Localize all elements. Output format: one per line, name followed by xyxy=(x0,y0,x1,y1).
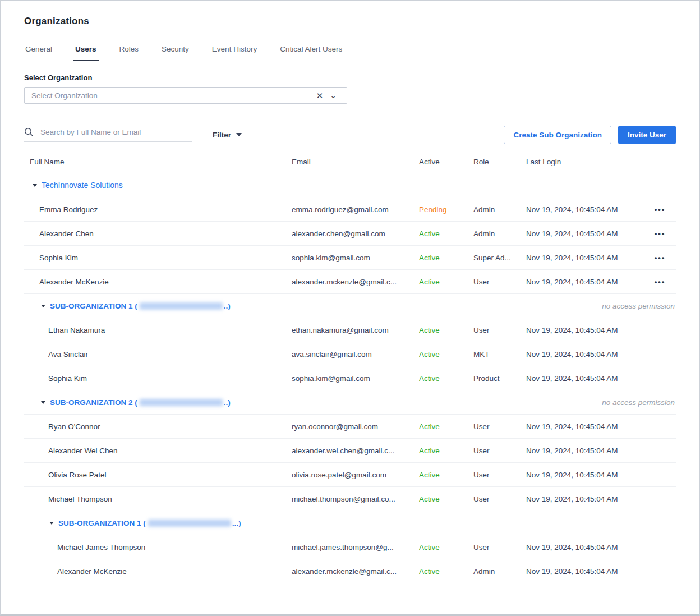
column-header-last-login: Last Login xyxy=(526,158,643,166)
status-badge: Active xyxy=(419,254,473,262)
user-email: ryan.oconnor@gmail.com xyxy=(292,422,419,431)
collapse-caret-icon[interactable] xyxy=(41,305,45,307)
user-full-name: Alexander Chen xyxy=(24,229,292,238)
tab-event-history[interactable]: Event History xyxy=(211,45,258,61)
status-badge: Pending xyxy=(419,205,473,214)
status-badge: Active xyxy=(419,374,473,383)
tab-critical-alert-users[interactable]: Critical Alert Users xyxy=(279,45,343,61)
tab-roles[interactable]: Roles xyxy=(118,45,140,61)
clear-icon[interactable]: ✕ xyxy=(313,91,327,100)
user-email: olivia.rose.patel@gmail.com xyxy=(292,471,419,479)
org-group-row-content: SUB-ORGANIZATION 2 (..)no access permiss… xyxy=(24,390,676,414)
org-group-row: SUB-ORGANIZATION 1 (..)no access permiss… xyxy=(24,294,676,318)
org-group-row: SUB-ORGANIZATION 2 (..)no access permiss… xyxy=(24,390,676,415)
filter-caret-icon xyxy=(236,133,242,136)
chevron-down-icon[interactable]: ⌄ xyxy=(326,91,340,99)
org-group-name-text: SUB-ORGANIZATION 1 ( xyxy=(58,519,146,527)
column-header-active: Active xyxy=(419,158,473,166)
column-header-full-name: Full Name xyxy=(24,158,292,166)
users-table: Full NameEmailActiveRoleLast Login TechI… xyxy=(24,151,676,583)
toolbar: Filter Create Sub Organization Invite Us… xyxy=(24,125,676,144)
user-role: User xyxy=(473,326,526,334)
org-group-row: TechInnovate Solutions xyxy=(24,173,676,197)
user-full-name: Alexander McKenzie xyxy=(24,278,292,286)
user-last-login: Nov 19, 2024, 10:45:04 AM xyxy=(526,350,643,358)
org-group-name-text: TechInnovate Solutions xyxy=(42,181,123,190)
status-badge: Active xyxy=(419,326,473,334)
user-email: alexander.mckenzle@gmail.c... xyxy=(292,278,419,286)
redacted-org-id xyxy=(140,399,223,406)
create-sub-organization-button[interactable]: Create Sub Organization xyxy=(504,126,611,144)
org-group-name-suffix: ..) xyxy=(224,302,231,310)
search-box[interactable] xyxy=(24,127,192,142)
org-group-name-suffix: ..) xyxy=(224,398,231,407)
search-input[interactable] xyxy=(40,128,192,136)
row-actions-menu-button[interactable]: ••• xyxy=(643,229,677,238)
user-last-login: Nov 19, 2024, 10:45:04 AM xyxy=(526,205,643,214)
user-role: User xyxy=(473,422,526,431)
user-row: Emma Rodriguezemma.rodriguez@gmail.comPe… xyxy=(24,197,676,222)
redacted-org-id xyxy=(148,520,231,527)
user-row: Ava Sinclairava.sinclair@gmail.comActive… xyxy=(24,342,676,366)
row-actions-cell: ••• xyxy=(643,254,677,262)
user-email: sophia.kim@gmail.com xyxy=(292,254,419,262)
row-actions-menu-button[interactable]: ••• xyxy=(643,205,677,214)
user-email: alexander.mckenzle@gmail.c... xyxy=(292,567,419,576)
status-badge: Active xyxy=(419,447,473,455)
status-badge: Active xyxy=(419,278,473,286)
user-email: ethan.nakamura@gmail.com xyxy=(292,326,419,334)
org-group-name[interactable]: SUB-ORGANIZATION 1 (...) xyxy=(58,519,241,527)
redacted-org-id xyxy=(140,302,223,310)
user-last-login: Nov 19, 2024, 10:45:04 AM xyxy=(526,447,643,455)
status-badge: Active xyxy=(419,422,473,431)
no-access-permission-label: no access permission xyxy=(602,302,676,310)
org-group-name[interactable]: SUB-ORGANIZATION 1 (..) xyxy=(50,302,231,310)
user-row: Sophia Kimsophia.kim@gmail.comActiveSupe… xyxy=(24,246,676,270)
user-row: Alexander Chenalexander.chen@gmail.comAc… xyxy=(24,222,676,246)
organization-select[interactable]: Select Organization ✕ ⌄ xyxy=(24,87,347,104)
tab-security[interactable]: Security xyxy=(160,45,190,61)
no-access-permission-label: no access permission xyxy=(602,398,676,407)
user-email: alexander.chen@gmail.com xyxy=(292,229,419,238)
row-actions-cell: ••• xyxy=(643,229,677,238)
org-group-name[interactable]: SUB-ORGANIZATION 2 (..) xyxy=(50,398,231,407)
collapse-caret-icon[interactable] xyxy=(49,522,54,525)
user-email: emma.rodriguez@gmail.com xyxy=(292,205,419,214)
user-last-login: Nov 19, 2024, 10:45:04 AM xyxy=(526,543,643,551)
user-email: michael.thompson@gmail.co... xyxy=(292,495,419,503)
user-role: User xyxy=(473,495,526,503)
user-last-login: Nov 19, 2024, 10:45:04 AM xyxy=(526,326,643,334)
user-full-name: Sophia Kim xyxy=(24,254,292,262)
org-group-row: SUB-ORGANIZATION 1 (...) xyxy=(24,511,676,535)
column-header-role: Role xyxy=(473,158,526,166)
user-row: Ethan Nakamuraethan.nakamura@gmail.comAc… xyxy=(24,318,676,342)
user-row: Ryan O'Connorryan.oconnor@gmail.comActiv… xyxy=(24,415,676,439)
user-row: Michael Thompsonmichael.thompson@gmail.c… xyxy=(24,487,676,511)
tab-users[interactable]: Users xyxy=(74,45,98,61)
org-group-row-content: SUB-ORGANIZATION 1 (..)no access permiss… xyxy=(24,294,676,318)
user-role: User xyxy=(473,278,526,286)
search-icon xyxy=(24,127,34,137)
user-full-name: Alexander McKenzie xyxy=(24,567,292,576)
user-role: Admin xyxy=(473,229,526,238)
user-full-name: Ryan O'Connor xyxy=(24,422,292,431)
user-email: michael.james.thompson@g... xyxy=(292,543,419,551)
org-group-row-content: TechInnovate Solutions xyxy=(24,173,676,197)
filter-button[interactable]: Filter xyxy=(213,131,242,139)
user-role: Super Ad... xyxy=(473,254,526,262)
invite-user-button[interactable]: Invite User xyxy=(618,126,676,144)
user-full-name: Olivia Rose Patel xyxy=(24,471,292,479)
collapse-caret-icon[interactable] xyxy=(41,401,45,404)
status-badge: Active xyxy=(419,543,473,551)
org-group-name[interactable]: TechInnovate Solutions xyxy=(42,181,123,190)
row-actions-menu-button[interactable]: ••• xyxy=(643,254,677,262)
row-actions-menu-button[interactable]: ••• xyxy=(643,278,677,286)
org-group-name-suffix: ...) xyxy=(232,519,241,527)
user-last-login: Nov 19, 2024, 10:45:04 AM xyxy=(526,567,643,576)
collapse-caret-icon[interactable] xyxy=(33,184,37,187)
user-row: Sophia Kimsophia.kim@gmail.comActiveProd… xyxy=(24,366,676,390)
filter-label: Filter xyxy=(213,131,231,139)
user-row: Alexander McKenziealexander.mckenzle@gma… xyxy=(24,559,676,583)
tab-general[interactable]: General xyxy=(24,45,53,61)
user-last-login: Nov 19, 2024, 10:45:04 AM xyxy=(526,278,643,286)
